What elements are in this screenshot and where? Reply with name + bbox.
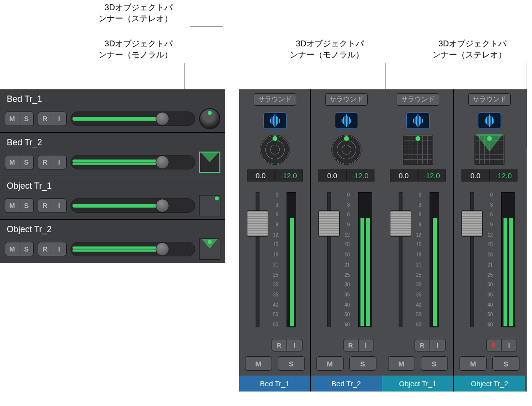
mute-solo-pill: M S (5, 242, 34, 256)
pan-value[interactable]: 0.0 (247, 169, 275, 182)
record-button[interactable]: R (38, 112, 52, 126)
track-name: Object Tr_1 (5, 181, 220, 191)
record-button[interactable]: R (38, 242, 52, 256)
solo-button[interactable]: S (421, 356, 448, 371)
track-list-panel: Bed Tr_1 M S R I Bed Tr_2 M S (0, 89, 225, 263)
input-format-icon[interactable] (263, 112, 287, 129)
input-button[interactable]: I (287, 339, 302, 351)
mute-button[interactable]: M (388, 356, 415, 371)
mute-button[interactable]: M (5, 242, 19, 256)
fader-scale: 036912151821253035405060 (416, 192, 421, 327)
input-button[interactable]: I (52, 198, 67, 213)
mute-button[interactable]: M (5, 155, 19, 169)
fader-cap[interactable] (390, 210, 411, 237)
mixer-panel: サラウンド 0.0 -12.0 036912151821253035405060… (239, 89, 527, 392)
input-format-icon[interactable] (478, 112, 501, 129)
record-button[interactable]: R (38, 155, 52, 169)
surround-button[interactable]: サラウンド (397, 93, 439, 106)
channel-strip: サラウンド 0.0 -12.0 036912151821253035405060… (311, 89, 382, 392)
surround-button[interactable]: サラウンド (468, 93, 511, 106)
solo-button[interactable]: S (349, 356, 376, 371)
channel-name[interactable]: Object Tr_2 (454, 376, 525, 392)
volume-value[interactable]: -12.0 (346, 169, 374, 182)
input-button[interactable]: I (52, 112, 67, 126)
mute-button[interactable]: M (5, 112, 19, 126)
pan-value[interactable]: 0.0 (390, 169, 418, 182)
solo-button[interactable]: S (19, 112, 34, 126)
fader-cap[interactable] (318, 210, 340, 237)
volume-value[interactable]: -12.0 (489, 169, 518, 182)
record-button[interactable]: R (38, 198, 52, 213)
mute-button[interactable]: M (5, 198, 19, 213)
input-button[interactable]: I (52, 242, 67, 256)
track-row: Bed Tr_1 M S R I (0, 89, 225, 133)
input-button[interactable]: I (502, 339, 517, 351)
volume-slider[interactable] (71, 198, 195, 213)
channel-strip: サラウンド 0.0 -12.0 036912151821253035405060… (454, 89, 525, 392)
surround-button[interactable]: サラウンド (325, 93, 368, 106)
solo-button[interactable]: S (492, 356, 519, 371)
surround-panner[interactable] (199, 152, 220, 173)
3d-object-panner-stereo[interactable] (474, 135, 504, 165)
channel-name[interactable]: Object Tr_1 (382, 376, 453, 392)
track-name: Object Tr_2 (5, 224, 220, 235)
surround-panner[interactable] (260, 135, 290, 165)
input-format-icon[interactable] (406, 112, 430, 129)
mute-button[interactable]: M (245, 356, 272, 371)
record-button[interactable]: R (343, 339, 359, 351)
volume-slider[interactable] (71, 155, 195, 169)
callout-left-mono: 3Dオブジェクトパ ンナー（モノラル） (99, 39, 173, 61)
surround-button[interactable]: サラウンド (254, 93, 296, 106)
fader-scale: 036912151821253035405060 (345, 192, 350, 327)
track-row: Object Tr_2 M S R I (0, 220, 225, 263)
track-name: Bed Tr_1 (5, 94, 220, 104)
volume-value[interactable]: -12.0 (418, 169, 446, 182)
callout-right-stereo: 3Dオブジェクトパ ンナー（ステレオ） (432, 39, 506, 61)
record-input-pill: R I (38, 198, 67, 213)
mute-solo-pill: M S (5, 155, 34, 169)
level-meter (430, 192, 439, 327)
channel-strip: サラウンド 0.0 -12.0 036912151821253035405060… (239, 89, 311, 392)
3d-object-panner-stereo[interactable] (199, 238, 220, 260)
channel-name[interactable]: Bed Tr_2 (311, 376, 382, 392)
track-row: Object Tr_1 M S R I (0, 176, 225, 220)
callout-line (527, 63, 527, 148)
record-input-pill: R I (38, 155, 67, 169)
channel-name[interactable]: Bed Tr_1 (239, 376, 310, 392)
input-button[interactable]: I (430, 339, 446, 351)
3d-object-panner-mono[interactable] (199, 195, 220, 216)
solo-button[interactable]: S (19, 242, 34, 256)
input-button[interactable]: I (52, 155, 67, 169)
volume-value[interactable]: -12.0 (275, 169, 303, 182)
pan-knob[interactable] (199, 108, 220, 129)
mute-solo-pill: M S (5, 112, 34, 126)
pan-value[interactable]: 0.0 (318, 169, 346, 182)
callout-left-stereo: 3Dオブジェクトパ ンナー（ステレオ） (99, 2, 173, 25)
solo-button[interactable]: S (19, 155, 34, 169)
fader-scale: 036912151821253035405060 (273, 192, 278, 327)
volume-slider[interactable] (71, 112, 195, 126)
fader-scale: 036912151821253035405060 (488, 192, 493, 327)
track-name: Bed Tr_2 (5, 138, 220, 148)
callout-right-mono: 3Dオブジェクトパ ンナー（モノラル） (290, 39, 364, 61)
solo-button[interactable]: S (278, 356, 305, 371)
input-button[interactable]: I (359, 339, 374, 351)
record-input-pill: R I (38, 242, 67, 256)
callout-line (190, 27, 223, 27)
fader-cap[interactable] (461, 210, 483, 237)
channel-strip: サラウンド 0.0 -12.0 036912151821253035405060… (382, 89, 454, 392)
record-button[interactable]: R (415, 339, 430, 351)
solo-button[interactable]: S (19, 198, 34, 213)
input-format-icon[interactable] (335, 112, 358, 129)
surround-panner[interactable] (331, 135, 361, 165)
pan-value[interactable]: 0.0 (461, 169, 489, 182)
record-button[interactable]: R (272, 339, 287, 351)
record-input-pill: R I (38, 112, 67, 126)
mute-button[interactable]: M (316, 356, 344, 371)
fader-cap[interactable] (247, 210, 268, 237)
3d-object-panner-mono[interactable] (403, 135, 433, 165)
volume-slider[interactable] (71, 242, 195, 256)
mute-solo-pill: M S (5, 198, 34, 213)
record-button[interactable]: R (486, 339, 502, 351)
mute-button[interactable]: M (460, 356, 487, 371)
